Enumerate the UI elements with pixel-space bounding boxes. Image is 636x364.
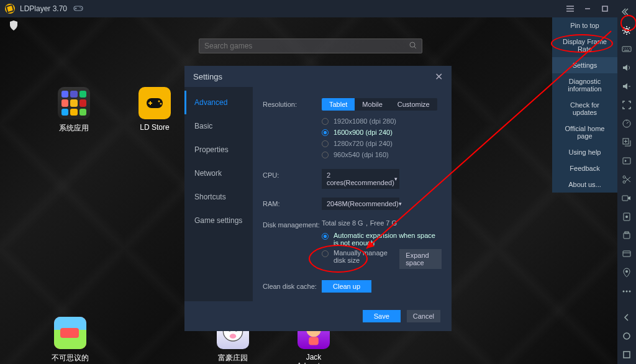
- maximize-button[interactable]: [596, 0, 614, 17]
- resolution-option[interactable]: 960x540 (dpi 160): [322, 149, 442, 160]
- scissors-icon[interactable]: [617, 170, 636, 189]
- dialog-title: Settings: [193, 72, 222, 81]
- expand-space-button[interactable]: Expand space: [399, 249, 442, 269]
- menu-item-help[interactable]: Using help: [552, 144, 617, 160]
- sync-icon[interactable]: [617, 152, 636, 170]
- settings-dialog: Settings ✕ Advanced Basic Properties Net…: [184, 66, 452, 331]
- nav-basic[interactable]: Basic: [184, 114, 253, 138]
- cleanup-button[interactable]: Clean up: [322, 280, 371, 293]
- home-icon[interactable]: [617, 327, 636, 345]
- desktop-icon[interactable]: LD Store: [133, 87, 176, 132]
- menu-item-diagnostic[interactable]: Diagnostic information: [552, 73, 617, 97]
- nav-shortcuts[interactable]: Shortcuts: [184, 185, 253, 209]
- desktop-icon[interactable]: 不可思议的路: [48, 317, 92, 364]
- menu-item-about[interactable]: About us...: [552, 176, 617, 193]
- menu-item-framerate[interactable]: Display Frame Rate: [552, 34, 617, 57]
- shared-folder-icon[interactable]: [617, 245, 636, 263]
- desktop-icon-label: 系统应用: [52, 123, 96, 134]
- svg-point-23: [625, 216, 628, 218]
- volume-down-icon[interactable]: [617, 77, 636, 96]
- disk-info-text: Total size 8 G，Free 7 G: [322, 219, 442, 228]
- search-bar[interactable]: [199, 39, 422, 53]
- tab-customize[interactable]: Customize: [390, 98, 437, 111]
- svg-point-19: [623, 176, 625, 178]
- close-icon[interactable]: ✕: [435, 71, 443, 83]
- ram-select[interactable]: 2048M(Recommended)▾: [322, 198, 399, 210]
- resolution-label: Resolution:: [263, 98, 322, 160]
- svg-rect-32: [624, 352, 630, 358]
- boost-icon[interactable]: [617, 114, 636, 133]
- disk-option-manual[interactable]: Manually manage disk size Expand space: [322, 249, 442, 269]
- shield-icon: [9, 20, 19, 34]
- clean-cache-label: Clean disk cache:: [263, 280, 322, 293]
- menu-item-pin[interactable]: Pin to top: [552, 17, 617, 34]
- desktop-icon-label: LD Store: [133, 123, 176, 132]
- svg-point-28: [623, 291, 625, 293]
- minimize-button[interactable]: [579, 0, 596, 17]
- disk-option-auto[interactable]: Automatic expansion when space is not en…: [322, 232, 442, 247]
- svg-point-6: [158, 101, 160, 102]
- right-toolbar: [617, 0, 636, 364]
- svg-rect-13: [309, 337, 319, 345]
- svg-point-1: [80, 7, 81, 8]
- cpu-select[interactable]: 2 cores(Recommended)▾: [322, 169, 399, 189]
- svg-point-14: [625, 29, 629, 32]
- menu-item-feedback[interactable]: Feedback: [552, 160, 617, 176]
- svg-point-30: [629, 291, 631, 293]
- svg-point-31: [624, 333, 630, 339]
- resolution-option[interactable]: 1920x1080 (dpi 280): [322, 116, 442, 127]
- cancel-button[interactable]: Cancel: [407, 310, 440, 322]
- menu-item-settings[interactable]: Settings: [552, 57, 617, 73]
- svg-point-2: [81, 8, 82, 9]
- cpu-label: CPU:: [263, 169, 322, 189]
- context-menu: Pin to top Display Frame Rate Settings D…: [552, 17, 617, 193]
- nav-game-settings[interactable]: Game settings: [184, 209, 253, 232]
- hamburger-icon[interactable]: [561, 0, 579, 17]
- nav-advanced[interactable]: Advanced: [184, 91, 253, 114]
- menu-item-homepage[interactable]: Official home page: [552, 121, 617, 144]
- fullscreen-icon[interactable]: [617, 96, 636, 114]
- record-icon[interactable]: [617, 189, 636, 207]
- chevron-down-icon: ▾: [394, 176, 398, 182]
- collapse-toolbar-button[interactable]: [617, 2, 636, 21]
- desktop-icon-label: Jack Adventure: [292, 353, 335, 364]
- resolution-mode-tabs: Tablet Mobile Customize: [322, 98, 437, 111]
- menu-item-updates[interactable]: Check for updates: [552, 97, 617, 121]
- svg-point-11: [230, 334, 236, 339]
- disk-management-label: Disk management:: [263, 219, 322, 271]
- nav-properties[interactable]: Properties: [184, 138, 253, 162]
- svg-rect-26: [623, 251, 630, 257]
- gear-icon[interactable]: [617, 21, 636, 40]
- search-input[interactable]: [204, 42, 409, 50]
- back-icon[interactable]: [617, 308, 636, 327]
- tab-tablet[interactable]: Tablet: [322, 98, 355, 111]
- svg-rect-3: [602, 6, 607, 11]
- location-icon[interactable]: [617, 263, 636, 282]
- save-button[interactable]: Save: [363, 310, 401, 322]
- svg-point-20: [623, 181, 625, 183]
- titlebar: LDPlayer 3.70: [0, 0, 636, 17]
- recent-icon[interactable]: [617, 345, 636, 364]
- nav-network[interactable]: Network: [184, 162, 253, 185]
- svg-point-4: [410, 42, 415, 47]
- chevron-down-icon: ▾: [399, 201, 402, 207]
- desktop-icon-label: 富豪庄园: [211, 353, 255, 363]
- keyboard-icon[interactable]: [617, 40, 636, 58]
- resolution-option[interactable]: 1600x900 (dpi 240): [322, 127, 442, 138]
- tab-mobile[interactable]: Mobile: [355, 98, 389, 111]
- volume-up-icon[interactable]: [617, 58, 636, 77]
- svg-point-27: [625, 270, 628, 273]
- resolution-option[interactable]: 1280x720 (dpi 240): [322, 138, 442, 149]
- app-logo-icon: [5, 4, 15, 14]
- search-icon: [409, 42, 417, 51]
- apk-icon[interactable]: [617, 226, 636, 245]
- more-icon[interactable]: [617, 282, 636, 301]
- script-icon[interactable]: [617, 207, 636, 226]
- ram-label: RAM:: [263, 198, 322, 210]
- multi-instance-icon[interactable]: [617, 133, 636, 152]
- desktop-icon[interactable]: 系统应用: [52, 87, 96, 134]
- app-title: LDPlayer 3.70: [20, 4, 67, 13]
- desktop-icon-label: 不可思议的路: [48, 353, 92, 364]
- settings-nav: Advanced Basic Properties Network Shortc…: [184, 87, 253, 301]
- controller-icon: [73, 4, 83, 14]
